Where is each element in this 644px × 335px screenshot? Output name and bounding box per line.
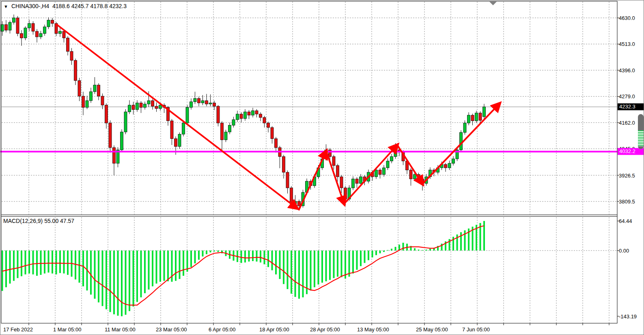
macd-bar (275, 251, 277, 274)
candle (479, 113, 482, 120)
candle (51, 20, 54, 24)
candle (105, 105, 108, 123)
candles-layer (1, 15, 486, 210)
macd-bar (40, 251, 42, 275)
candle (16, 18, 19, 34)
candle (228, 125, 231, 132)
macd-bar (414, 248, 416, 251)
macd-bar (63, 251, 65, 274)
macd-bar (117, 251, 119, 316)
candle (282, 157, 285, 173)
candle (36, 31, 39, 37)
candle (294, 201, 297, 204)
scrollbar-cap (638, 146, 644, 149)
macd-bar (403, 243, 404, 251)
candle (355, 179, 358, 184)
candle (471, 115, 474, 121)
candle (352, 179, 355, 188)
macd-bar (121, 251, 123, 316)
macd-bar (356, 251, 358, 270)
price-axis-label: 4162.0 (619, 119, 635, 126)
macd-bar (52, 251, 53, 274)
price-axis-label: 4630.0 (619, 15, 635, 22)
trend-arrow (299, 151, 326, 210)
macd-bar (194, 251, 196, 264)
candle (224, 132, 227, 140)
candle (140, 103, 142, 107)
macd-bar (25, 251, 26, 274)
candle (194, 98, 196, 102)
macd-bar (318, 251, 319, 285)
candle (113, 148, 116, 164)
candle (159, 105, 162, 108)
macd-bar (129, 251, 130, 311)
macd-bar (372, 251, 373, 257)
candle (386, 161, 389, 168)
time-axis-label: 28 Apr 05:00 (310, 326, 340, 333)
macd-bar (368, 251, 369, 260)
symbol-dropdown-icon[interactable]: ▼ (4, 4, 8, 9)
candle (97, 85, 100, 96)
macd-bar (59, 251, 61, 273)
macd-bar (387, 250, 389, 251)
candle (43, 27, 46, 34)
macd-histogram-layer (2, 221, 485, 316)
macd-bar (287, 251, 289, 289)
vertical-scrollbar-widget[interactable] (638, 114, 644, 149)
candle (240, 114, 243, 119)
candle (136, 103, 139, 110)
macd-bar (13, 251, 15, 281)
macd-bar (113, 251, 115, 314)
candle (70, 52, 73, 61)
macd-bar (179, 251, 181, 279)
macd-bar (9, 251, 11, 283)
candle (452, 159, 455, 163)
candle (67, 38, 69, 52)
candle (448, 163, 451, 168)
trend-arrows-layer[interactable] (56, 24, 500, 210)
macd-bar (264, 251, 265, 264)
current-price-badge: 4232.3 (618, 104, 644, 110)
macd-bar (244, 251, 246, 262)
candle (236, 114, 239, 120)
macd-bar (133, 251, 134, 307)
candle (32, 24, 34, 31)
macd-bar (349, 251, 350, 277)
symbol-timeframe-label: CHINA300-,H4 (11, 3, 49, 9)
candle (205, 101, 208, 104)
macd-bar (75, 251, 76, 279)
scrollbar-thumb[interactable] (638, 114, 644, 130)
macd-bar (159, 251, 161, 282)
macd-bar (341, 251, 342, 277)
scroll-to-end-marker[interactable] (489, 2, 497, 5)
macd-bar (395, 247, 396, 251)
macd-bar (321, 251, 323, 283)
candle (178, 134, 181, 147)
macd-bar (248, 251, 250, 262)
macd-bar (102, 251, 103, 306)
macd-bar (44, 251, 45, 274)
candle (190, 102, 193, 108)
macd-bar (333, 251, 335, 278)
candle (24, 28, 27, 38)
candle (213, 103, 216, 106)
macd-bar (379, 251, 381, 253)
macd-bar (136, 251, 138, 302)
macd-bar (457, 234, 458, 251)
macd-bar (302, 251, 304, 297)
candle (259, 114, 262, 117)
candle (201, 101, 204, 103)
candle (275, 139, 278, 148)
macd-bar (202, 251, 204, 257)
macd-bar (460, 232, 462, 251)
macd-bar (110, 251, 111, 312)
horizontal-line-object[interactable] (0, 151, 617, 152)
macd-bar (429, 249, 431, 251)
candle (5, 25, 8, 30)
macd-bar (256, 251, 258, 262)
main-chart-canvas[interactable] (0, 0, 644, 335)
candle (244, 112, 247, 119)
price-axis-label: 4513.0 (619, 41, 635, 48)
macd-bar (352, 251, 354, 274)
time-axis-label: 13 May 05:00 (357, 326, 389, 333)
